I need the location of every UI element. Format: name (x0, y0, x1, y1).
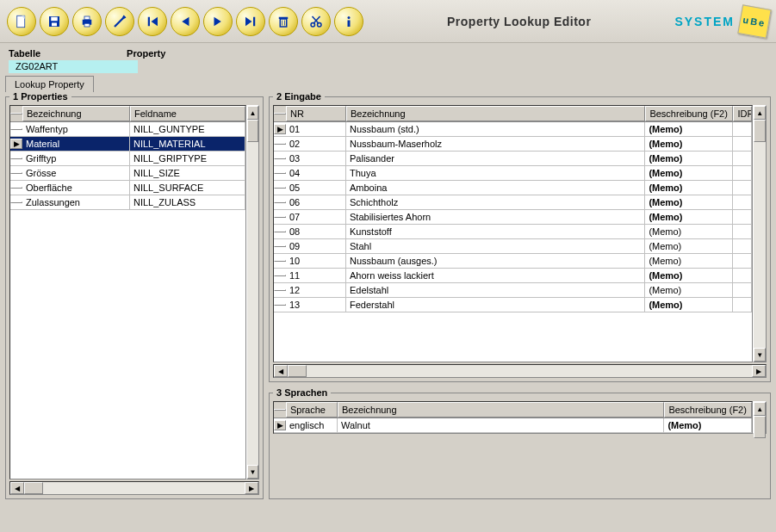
cell-idf[interactable] (733, 225, 752, 238)
cell-bezeichnung[interactable]: Zulassungen (22, 195, 130, 209)
col-bezeichnung[interactable]: Bezeichnung (346, 106, 645, 121)
cell-memo[interactable]: (Memo) (645, 137, 733, 151)
cell-idf[interactable] (733, 137, 752, 151)
table-row[interactable]: 02Nussbaum-Maserholz(Memo) (274, 137, 752, 152)
scroll-down-icon[interactable]: ▼ (247, 465, 258, 479)
cell-memo[interactable]: (Memo) (645, 269, 733, 282)
col-beschreibung[interactable]: Beschreibung (F2) (664, 402, 752, 418)
scroll-left-icon[interactable]: ◀ (10, 482, 24, 494)
cell-bezeichnung[interactable]: Schichtholz (346, 195, 645, 209)
cell-nr[interactable]: 08 (286, 225, 346, 238)
cell-idf[interactable] (733, 210, 752, 224)
cell-memo[interactable]: (Memo) (645, 225, 733, 238)
cell-nr[interactable]: 07 (286, 210, 346, 224)
cell-memo[interactable]: (Memo) (645, 122, 733, 136)
refresh-button[interactable] (105, 7, 134, 36)
table-row[interactable]: 09Stahl(Memo) (274, 239, 752, 254)
cell-idf[interactable] (733, 283, 752, 297)
cell-nr[interactable]: 13 (286, 298, 346, 312)
cell-memo[interactable]: (Memo) (645, 239, 733, 253)
cell-bezeichnung[interactable]: Kunststoff (346, 225, 645, 238)
scrollbar-eingabe-v[interactable]: ▲ ▼ (753, 105, 767, 362)
cell-memo[interactable]: (Memo) (645, 298, 733, 312)
col-idf[interactable]: IDF (733, 106, 752, 121)
cell-nr[interactable]: 10 (286, 254, 346, 268)
cell-bezeichnung[interactable]: Waffentyp (22, 122, 130, 136)
cell-sprache[interactable]: englisch (286, 418, 338, 432)
cell-idf[interactable] (733, 239, 752, 253)
table-row[interactable]: 04Thuya(Memo) (274, 166, 752, 181)
grid-properties[interactable]: BezeichnungFeldnameWaffentypNILL_GUNTYPE… (9, 105, 246, 479)
cell-feldname[interactable]: NILL_SURFACE (130, 181, 245, 195)
cell-nr[interactable]: 06 (286, 195, 346, 209)
grid-sprachen[interactable]: SpracheBezeichnungBeschreibung (F2)▶engl… (273, 401, 753, 434)
cell-bezeichnung[interactable]: Grösse (22, 166, 130, 180)
cell-bezeichnung[interactable]: Material (22, 137, 130, 151)
cell-nr[interactable]: 11 (286, 269, 346, 282)
table-row[interactable]: ▶englischWalnut(Memo) (274, 418, 752, 433)
cell-bezeichnung[interactable]: Stahl (346, 239, 645, 253)
cell-nr[interactable]: 04 (286, 166, 346, 180)
cell-bezeichnung[interactable]: Amboina (346, 181, 645, 195)
print-button[interactable] (72, 7, 102, 36)
col-nr[interactable]: NR (286, 106, 346, 121)
col-sprache[interactable]: Sprache (286, 402, 338, 418)
cell-idf[interactable] (733, 181, 752, 195)
table-row[interactable]: 11Ahorn weiss lackiert(Memo) (274, 269, 752, 283)
cell-nr[interactable]: 09 (286, 239, 346, 253)
cell-bezeichnung[interactable]: Stabilisiertes Ahorn (346, 210, 645, 224)
scrollbar-sprachen-v[interactable]: ▲ ▼ (753, 401, 767, 434)
table-row[interactable]: 10Nussbaum (ausges.)(Memo) (274, 254, 752, 269)
cell-bezeichnung[interactable]: Oberfläche (22, 181, 130, 195)
last-button[interactable] (236, 7, 265, 36)
delete-button[interactable] (269, 7, 298, 36)
scroll-up-icon[interactable]: ▲ (754, 402, 766, 416)
cell-bezeichnung[interactable]: Walnut (338, 418, 664, 432)
cell-nr[interactable]: 05 (286, 181, 346, 195)
col-feldname[interactable]: Feldname (130, 106, 245, 121)
cell-memo[interactable]: (Memo) (645, 283, 733, 297)
table-row[interactable]: GrösseNILL_SIZE (10, 166, 245, 181)
cell-feldname[interactable]: NILL_ZULASS (130, 195, 245, 209)
scroll-right-icon[interactable]: ▶ (245, 482, 258, 494)
table-row[interactable]: ZulassungenNILL_ZULASS (10, 195, 245, 210)
cell-bezeichnung[interactable]: Nussbaum-Maserholz (346, 137, 645, 151)
table-row[interactable]: 05Amboina(Memo) (274, 181, 752, 195)
cell-feldname[interactable]: NILL_GRIPTYPE (130, 152, 245, 165)
cell-bezeichnung[interactable]: Ahorn weiss lackiert (346, 269, 645, 282)
scrollbar-properties-h[interactable]: ◀ ▶ (9, 481, 259, 495)
cell-nr[interactable]: 02 (286, 137, 346, 151)
table-row[interactable]: ▶MaterialNILL_MATERIAL (10, 137, 245, 152)
cell-nr[interactable]: 12 (286, 283, 346, 297)
cell-bezeichnung[interactable]: Nussbaum (ausges.) (346, 254, 645, 268)
scrollbar-eingabe-h[interactable]: ◀ ▶ (273, 364, 767, 378)
prev-button[interactable] (171, 7, 200, 36)
new-button[interactable] (7, 7, 36, 36)
col-bezeichnung[interactable]: Bezeichnung (338, 402, 664, 418)
next-button[interactable] (203, 7, 233, 36)
cell-bezeichnung[interactable]: Thuya (346, 166, 645, 180)
cell-idf[interactable] (733, 166, 752, 180)
col-bezeichnung[interactable]: Bezeichnung (22, 106, 130, 121)
first-button[interactable] (138, 7, 167, 36)
cell-feldname[interactable]: NILL_SIZE (130, 166, 245, 180)
cell-bezeichnung[interactable]: Palisander (346, 152, 645, 165)
cell-feldname[interactable]: NILL_MATERIAL (130, 137, 245, 151)
table-row[interactable]: 06Schichtholz(Memo) (274, 195, 752, 210)
value-table[interactable]: ZG02ART (9, 60, 138, 73)
table-row[interactable]: 13Federstahl(Memo) (274, 298, 752, 312)
table-row[interactable]: 07Stabilisiertes Ahorn(Memo) (274, 210, 752, 225)
cell-memo[interactable]: (Memo) (645, 166, 733, 180)
table-row[interactable]: OberflächeNILL_SURFACE (10, 181, 245, 195)
cell-feldname[interactable]: NILL_GUNTYPE (130, 122, 245, 136)
cell-idf[interactable] (733, 269, 752, 282)
cell-bezeichnung[interactable]: Edelstahl (346, 283, 645, 297)
tab-lookup-property[interactable]: Lookup Property (5, 76, 94, 92)
cell-bezeichnung[interactable]: Federstahl (346, 298, 645, 312)
table-row[interactable]: GrifftypNILL_GRIPTYPE (10, 152, 245, 166)
cell-memo[interactable]: (Memo) (645, 254, 733, 268)
cell-idf[interactable] (733, 122, 752, 136)
cell-memo[interactable]: (Memo) (645, 152, 733, 165)
scroll-left-icon[interactable]: ◀ (274, 365, 288, 377)
cell-idf[interactable] (733, 152, 752, 165)
